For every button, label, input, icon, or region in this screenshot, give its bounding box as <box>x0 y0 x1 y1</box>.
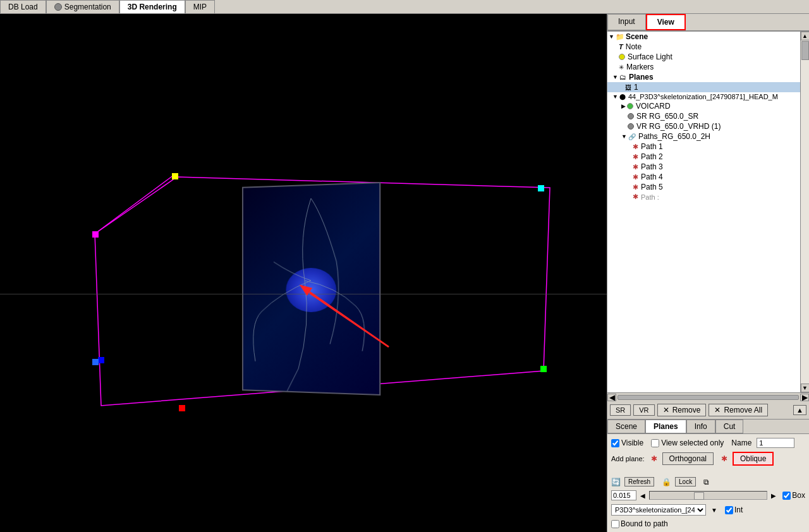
slider-track[interactable]: ♥ <box>649 491 767 500</box>
tree-item-markers[interactable]: ✳ Markers <box>607 62 809 72</box>
slider-left-arrow[interactable]: ◀ <box>640 492 645 499</box>
tree-item-voicard[interactable]: ▶ VOICARD <box>607 101 809 111</box>
horizontal-scrollbar[interactable]: ◀ ▶ <box>607 392 809 401</box>
tree-item-vr[interactable]: VR RG_650.0_VRHD (1) <box>607 121 809 131</box>
slider-thumb[interactable] <box>694 492 704 500</box>
oblique-label: Oblique <box>740 454 766 463</box>
marker-icon: ✳ <box>619 64 624 71</box>
tree-item-scene[interactable]: ▼ 📁 Scene <box>607 32 809 42</box>
dataset-dropdown[interactable]: P3D3^skeletonization_[24790... <box>611 504 706 516</box>
path4-label: Path 4 <box>641 172 663 181</box>
path2-label: Path 2 <box>641 152 663 161</box>
tree-item-plane-1[interactable]: 🖼 1 <box>607 82 809 92</box>
tree-scrollbar[interactable]: ▲ ▼ <box>800 32 809 392</box>
box-label: Box <box>792 491 805 500</box>
tree-item-path1[interactable]: ✱ Path 1 <box>607 142 809 152</box>
scroll-thumb[interactable] <box>801 41 809 60</box>
tree-item-path4[interactable]: ✱ Path 4 <box>607 172 809 182</box>
h-scroll-inner[interactable] <box>617 395 799 400</box>
scroll-down-btn[interactable]: ▼ <box>801 384 810 392</box>
remove-all-button[interactable]: ✕ Remove All <box>709 404 768 416</box>
tab-view-label: View <box>657 18 674 27</box>
int-checkbox-label[interactable]: Int <box>725 505 743 514</box>
panel-tab-bar: Input View <box>607 14 809 32</box>
oblique-button[interactable]: Oblique <box>733 452 774 466</box>
plane-item-icon: 🖼 <box>625 84 631 91</box>
orthogonal-button[interactable]: Orthogonal <box>662 452 714 465</box>
view-selected-only-label[interactable]: View selected only <box>651 438 724 447</box>
bound-to-path-label[interactable]: Bound to path <box>611 519 668 528</box>
dataset-label: 44_P3D3^skeletonization_[24790871]_HEAD_… <box>628 93 778 100</box>
name-input[interactable] <box>757 438 794 448</box>
slider-right-arrow[interactable]: ▶ <box>771 492 776 499</box>
scroll-up-btn[interactable]: ▲ <box>801 32 810 40</box>
vr-button[interactable]: VR <box>633 404 654 416</box>
path1-label: Path 1 <box>641 142 663 151</box>
path6-label: Path : <box>641 193 659 201</box>
bound-to-path-text: Bound to path <box>621 519 668 528</box>
tab-mip[interactable]: MIP <box>185 0 215 13</box>
tab-db-load[interactable]: DB Load <box>0 0 46 13</box>
orthogonal-label: Orthogonal <box>669 454 707 463</box>
scene-tree[interactable]: ▼ 📁 Scene T Note Surface Light ✳ M <box>607 32 809 392</box>
remove-all-x-icon: ✕ <box>714 406 721 414</box>
tree-item-path6[interactable]: ✱ Path : <box>607 192 809 202</box>
tree-item-path5[interactable]: ✱ Path 5 <box>607 182 809 192</box>
surface-light-label: Surface Light <box>628 52 672 61</box>
tree-item-dataset[interactable]: ▼ ⬤ 44_P3D3^skeletonization_[24790871]_H… <box>607 92 809 101</box>
vr-label: VR RG_650.0_VRHD (1) <box>636 122 721 131</box>
tree-item-path3[interactable]: ✱ Path 3 <box>607 162 809 172</box>
tree-item-sr[interactable]: SR RG_650.0_SR <box>607 111 809 121</box>
visible-checkbox-label[interactable]: Visible <box>611 438 643 447</box>
path3-label: Path 3 <box>641 162 663 171</box>
refresh-button[interactable]: Refresh <box>624 477 654 487</box>
tab-input[interactable]: Input <box>607 14 646 30</box>
dataset-row: P3D3^skeletonization_[24790... ▼ Int <box>611 504 805 516</box>
box-checkbox-label[interactable]: Box <box>782 491 805 500</box>
voicard-expand-icon: ▶ <box>621 103 626 109</box>
tab-segmentation-label: Segmentation <box>64 3 111 11</box>
up-button-container: ▲ <box>793 405 806 415</box>
viewport-3d[interactable] <box>0 14 607 532</box>
tree-item-planes[interactable]: ▼ 🗂 Planes <box>607 72 809 82</box>
tree-item-path2[interactable]: ✱ Path 2 <box>607 152 809 162</box>
dataset-expand-icon: ▼ <box>612 94 618 100</box>
planes-panel-content: Visible View selected only Name Add plan… <box>607 434 809 473</box>
remove-label: Remove <box>672 406 701 414</box>
sub-tab-planes[interactable]: Planes <box>645 420 686 433</box>
box-checkbox[interactable] <box>782 492 791 500</box>
sr-button[interactable]: SR <box>610 404 631 416</box>
view-selected-only-checkbox[interactable] <box>651 439 659 447</box>
sub-tab-cut[interactable]: Cut <box>715 420 744 433</box>
value-input[interactable] <box>611 490 636 500</box>
bound-to-path-checkbox[interactable] <box>611 520 619 528</box>
dropdown-arrow-icon: ▼ <box>711 507 717 514</box>
path5-icon: ✱ <box>633 183 638 191</box>
up-button[interactable]: ▲ <box>793 405 806 415</box>
tree-item-paths-group[interactable]: ▼ 🔗 Paths_RG_650.0_2H <box>607 131 809 142</box>
scroll-track[interactable] <box>801 40 809 384</box>
remove-button[interactable]: ✕ Remove <box>657 404 707 416</box>
orthogonal-star-icon: ✱ <box>651 454 657 463</box>
visible-checkbox[interactable] <box>611 439 619 447</box>
tree-item-note[interactable]: T Note <box>607 42 809 52</box>
h-scroll-left[interactable]: ◀ <box>607 394 616 401</box>
right-panel: Input View ▼ 📁 Scene T Note <box>607 14 809 532</box>
voicard-label: VOICARD <box>636 102 671 111</box>
path6-icon: ✱ <box>633 193 638 201</box>
h-scroll-right[interactable]: ▶ <box>800 394 809 401</box>
sub-tabs: Scene Planes Info Cut <box>607 420 809 434</box>
sub-tab-scene[interactable]: Scene <box>607 420 645 433</box>
tab-3d-rendering[interactable]: 3D Rendering <box>119 0 185 13</box>
tab-segmentation[interactable]: Segmentation <box>46 0 119 13</box>
tab-view[interactable]: View <box>646 14 686 30</box>
markers-label: Markers <box>626 63 654 71</box>
view-selected-only-text: View selected only <box>661 438 724 447</box>
tab-db-load-label: DB Load <box>8 3 38 11</box>
sub-tab-info[interactable]: Info <box>686 420 715 433</box>
tab-mip-label: MIP <box>193 3 207 11</box>
planes-row-add-plane: Add plane: ✱ Orthogonal ✱ Oblique <box>611 452 805 466</box>
int-checkbox[interactable] <box>725 506 733 514</box>
lock-button[interactable]: Lock <box>675 477 696 487</box>
tree-item-surface-light[interactable]: Surface Light <box>607 52 809 62</box>
